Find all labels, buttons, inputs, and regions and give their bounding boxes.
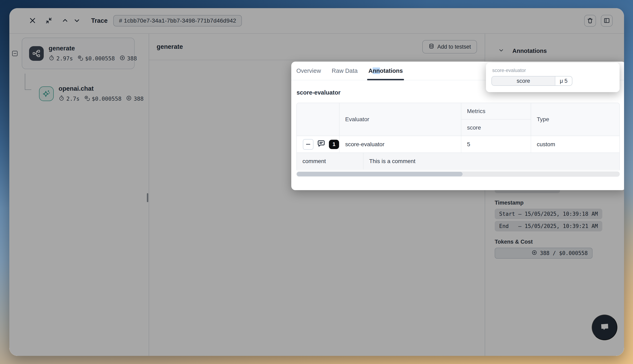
evaluator-section-title: score-evaluator — [296, 89, 340, 96]
row-collapse-button[interactable] — [303, 139, 314, 150]
comment-icon[interactable] — [316, 139, 326, 150]
table-header-type: Type — [531, 103, 620, 136]
comment-row: comment This is a comment — [297, 153, 619, 170]
table-header-evaluator: Evaluator — [340, 103, 461, 136]
tab-label-selected-text: nn — [373, 68, 380, 74]
comment-count-badge[interactable]: 1 — [329, 140, 339, 149]
table-header-row: Evaluator Metrics score Type — [297, 103, 619, 136]
table-header-metrics: Metrics score — [461, 103, 531, 136]
annotation-evaluator-name: score-evaluator — [492, 68, 614, 73]
tab-annotations[interactable]: Annotations — [368, 62, 403, 80]
annotations-table: Evaluator Metrics score Type — [296, 103, 620, 170]
row-actions-cell: 1 — [297, 136, 340, 152]
comment-label-cell: comment — [297, 153, 363, 170]
metric-name: score — [492, 76, 555, 86]
metric-summary-pill[interactable]: score μ 5 — [492, 76, 572, 86]
row-type-cell: custom — [531, 136, 620, 152]
tab-label: Annotations — [368, 68, 403, 74]
scrollbar-thumb[interactable] — [297, 172, 462, 176]
row-evaluator-cell: score-evaluator — [340, 136, 461, 152]
row-score-cell: 5 — [461, 136, 531, 152]
tab-raw-data[interactable]: Raw Data — [332, 62, 358, 80]
table-horizontal-scrollbar[interactable] — [296, 172, 620, 177]
comment-value-cell: This is a comment — [363, 153, 619, 170]
table-row: 1 score-evaluator 5 custom — [297, 136, 619, 153]
trace-modal-panel: Trace # 1cbb70e7-34a1-7bb7-3498-771b7d46… — [9, 8, 624, 356]
table-header-actions — [297, 103, 340, 136]
annotation-score-card: score-evaluator score μ 5 — [486, 63, 620, 92]
tab-overview[interactable]: Overview — [296, 62, 321, 80]
metric-name-header: score — [461, 120, 531, 136]
metrics-group-header: Metrics — [461, 103, 531, 120]
metric-mean-value: μ 5 — [555, 76, 572, 86]
